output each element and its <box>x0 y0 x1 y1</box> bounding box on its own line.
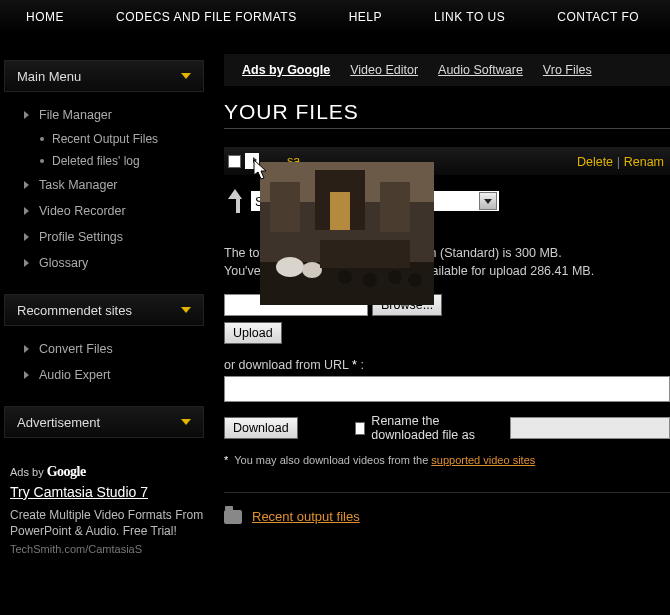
svg-rect-3 <box>330 192 350 230</box>
nav-link-to-us[interactable]: LINK TO US <box>408 10 531 24</box>
triangle-icon <box>24 233 29 241</box>
recsites-title: Recommendet sites <box>17 303 132 318</box>
triangle-icon <box>24 259 29 267</box>
svg-point-10 <box>363 273 377 287</box>
page-title: YOUR FILES <box>224 100 670 124</box>
sidebar-item-label: File Manager <box>39 108 112 122</box>
svg-rect-5 <box>380 182 410 232</box>
sidebar: Main Menu File Manager Recent Output Fil… <box>0 34 210 555</box>
svg-point-7 <box>276 257 304 277</box>
sidebar-item-label: Profile Settings <box>39 230 123 244</box>
ad-url: TechSmith.com/CamtasiaS <box>10 543 204 555</box>
file-actions: Delete | Renam <box>577 154 664 169</box>
sidebar-item-convert-files[interactable]: Convert Files <box>12 336 204 362</box>
sidebar-item-glossary[interactable]: Glossary <box>12 250 204 276</box>
up-arrow-icon[interactable] <box>224 189 246 213</box>
bullet-icon <box>40 137 44 141</box>
main-content: Ads by Google Video Editor Audio Softwar… <box>210 34 670 555</box>
sidebar-item-label: Video Recorder <box>39 204 126 218</box>
nav-contact[interactable]: CONTACT FO <box>531 10 665 24</box>
sidebar-item-audio-expert[interactable]: Audio Expert <box>12 362 204 388</box>
sidebar-item-label: Audio Expert <box>39 368 111 382</box>
ad-brand: Google <box>47 464 86 479</box>
triangle-icon <box>24 345 29 353</box>
download-url-input[interactable] <box>224 376 670 402</box>
advert-header[interactable]: Advertisement <box>4 406 204 438</box>
svg-point-11 <box>388 270 402 284</box>
sidebar-ad: Ads by Google Try Camtasia Studio 7 Crea… <box>4 464 204 555</box>
svg-rect-4 <box>270 182 300 232</box>
adbar-link-video-editor[interactable]: Video Editor <box>350 63 418 77</box>
pipe: | <box>617 154 624 169</box>
triangle-icon <box>24 207 29 215</box>
upload-button[interactable]: Upload <box>224 322 282 344</box>
video-thumbnail[interactable] <box>260 162 434 305</box>
rename-checkbox[interactable] <box>355 422 365 435</box>
divider <box>224 128 670 129</box>
sidebar-item-label: Task Manager <box>39 178 118 192</box>
divider <box>224 492 670 493</box>
sidebar-subitem-deleted-log[interactable]: Deleted files' log <box>40 150 204 172</box>
play-icon <box>253 157 257 163</box>
nav-codecs[interactable]: CODECS AND FILE FORMATS <box>90 10 323 24</box>
sidebar-item-task-manager[interactable]: Task Manager <box>12 172 204 198</box>
chevron-down-icon <box>181 307 191 313</box>
file-icon[interactable] <box>245 153 259 169</box>
supported-sites-link[interactable]: supported video sites <box>431 454 535 466</box>
adbar-lead[interactable]: Ads by Google <box>242 63 330 77</box>
chevron-down-icon <box>484 199 492 204</box>
chevron-down-icon <box>181 419 191 425</box>
or-download-label: or download from URL * : <box>224 358 670 372</box>
adbar-link-vro-files[interactable]: Vro Files <box>543 63 592 77</box>
rename-link[interactable]: Renam <box>624 155 664 169</box>
sidebar-item-profile-settings[interactable]: Profile Settings <box>12 224 204 250</box>
ad-title-link[interactable]: Try Camtasia Studio 7 <box>10 484 204 501</box>
triangle-icon <box>24 111 29 119</box>
mainmenu-title: Main Menu <box>17 69 81 84</box>
sidebar-item-video-recorder[interactable]: Video Recorder <box>12 198 204 224</box>
nav-help[interactable]: HELP <box>323 10 408 24</box>
top-nav: HOME CODECS AND FILE FORMATS HELP LINK T… <box>0 0 670 34</box>
download-button[interactable]: Download <box>224 417 298 439</box>
recent-output-row: Recent output files <box>224 509 670 524</box>
chevron-down-icon <box>181 73 191 79</box>
recent-output-link[interactable]: Recent output files <box>252 509 360 524</box>
adbar-link-audio-software[interactable]: Audio Software <box>438 63 523 77</box>
advert-title: Advertisement <box>17 415 100 430</box>
ad-body: Create Multiple Video Formats From Power… <box>10 507 204 539</box>
select-all-checkbox[interactable] <box>228 155 241 168</box>
mainmenu-list: File Manager Recent Output Files Deleted… <box>12 102 204 276</box>
recsites-list: Convert Files Audio Expert <box>12 336 204 388</box>
sidebar-subitem-recent-output[interactable]: Recent Output Files <box>40 128 204 150</box>
sidebar-item-label: Glossary <box>39 256 88 270</box>
rename-input[interactable] <box>510 417 670 439</box>
sidebar-item-label: Convert Files <box>39 342 113 356</box>
svg-point-12 <box>408 273 422 287</box>
bullet-icon <box>40 159 44 163</box>
triangle-icon <box>24 371 29 379</box>
svg-point-8 <box>302 262 322 278</box>
mainmenu-header[interactable]: Main Menu <box>4 60 204 92</box>
footnote: * You may also download videos from the … <box>224 454 670 466</box>
delete-link[interactable]: Delete <box>577 155 613 169</box>
adbar: Ads by Google Video Editor Audio Softwar… <box>224 54 670 86</box>
svg-point-9 <box>338 270 352 284</box>
ad-lead: Ads by <box>10 466 44 478</box>
nav-home[interactable]: HOME <box>0 10 90 24</box>
dropdown-button[interactable] <box>479 192 497 210</box>
sidebar-subitem-label: Deleted files' log <box>52 154 140 168</box>
folder-icon <box>224 510 242 524</box>
sidebar-subitem-label: Recent Output Files <box>52 132 158 146</box>
sidebar-item-file-manager[interactable]: File Manager <box>12 102 204 128</box>
svg-rect-13 <box>320 240 410 268</box>
rename-label: Rename the downloaded file as <box>371 414 504 442</box>
triangle-icon <box>24 181 29 189</box>
recsites-header[interactable]: Recommendet sites <box>4 294 204 326</box>
